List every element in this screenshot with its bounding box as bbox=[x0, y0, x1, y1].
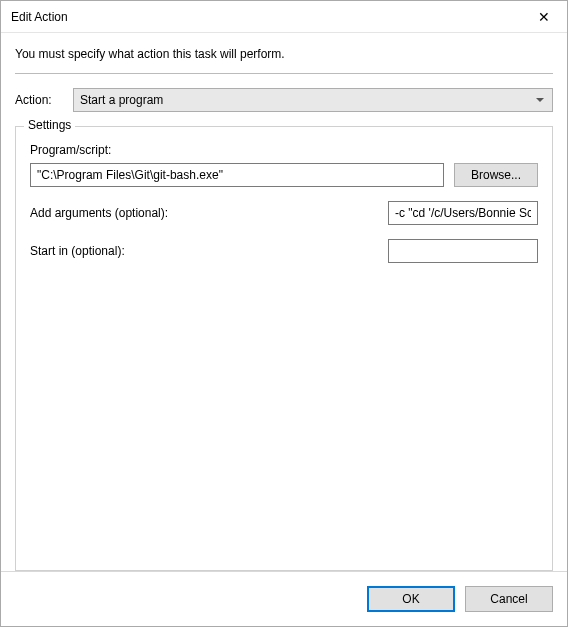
intro-text: You must specify what action this task w… bbox=[15, 47, 553, 61]
action-select-value: Start a program bbox=[80, 93, 163, 107]
window-title: Edit Action bbox=[11, 10, 521, 24]
action-label: Action: bbox=[15, 93, 63, 107]
startin-input[interactable] bbox=[388, 239, 538, 263]
ok-button[interactable]: OK bbox=[367, 586, 455, 612]
content-area: You must specify what action this task w… bbox=[1, 33, 567, 571]
startin-row: Start in (optional): bbox=[30, 239, 538, 263]
arguments-label: Add arguments (optional): bbox=[30, 206, 388, 220]
close-icon: ✕ bbox=[538, 9, 550, 25]
action-select[interactable]: Start a program bbox=[73, 88, 553, 112]
cancel-button[interactable]: Cancel bbox=[465, 586, 553, 612]
program-input[interactable] bbox=[30, 163, 444, 187]
dialog-footer: OK Cancel bbox=[1, 571, 567, 626]
arguments-input[interactable] bbox=[388, 201, 538, 225]
program-row: Browse... bbox=[30, 163, 538, 187]
browse-button[interactable]: Browse... bbox=[454, 163, 538, 187]
chevron-down-icon bbox=[536, 98, 544, 102]
program-label: Program/script: bbox=[30, 143, 538, 157]
arguments-row: Add arguments (optional): bbox=[30, 201, 538, 225]
titlebar: Edit Action ✕ bbox=[1, 1, 567, 33]
divider bbox=[15, 73, 553, 74]
settings-legend: Settings bbox=[24, 118, 75, 132]
action-row: Action: Start a program bbox=[15, 88, 553, 112]
startin-label: Start in (optional): bbox=[30, 244, 388, 258]
settings-group: Settings Program/script: Browse... Add a… bbox=[15, 126, 553, 571]
close-button[interactable]: ✕ bbox=[521, 1, 567, 33]
